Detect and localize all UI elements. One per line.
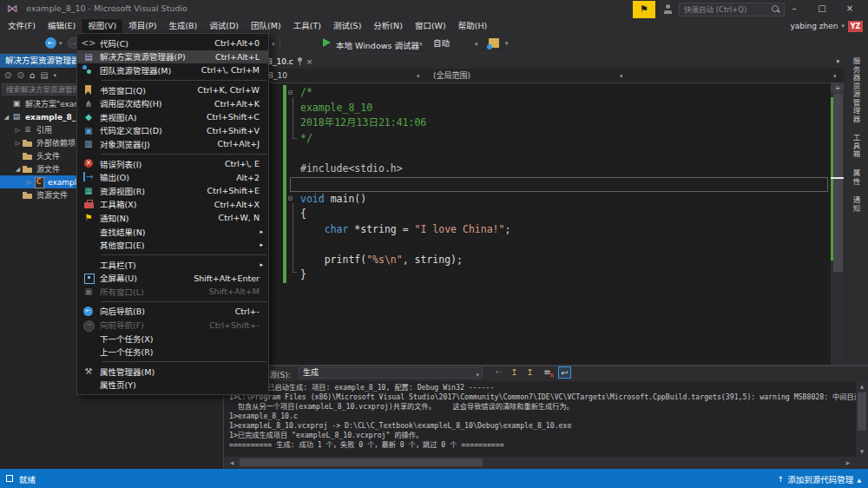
find-message-icon[interactable]: ⇠ bbox=[492, 366, 505, 379]
editor-splitter-handle[interactable]: ÷ bbox=[831, 83, 845, 93]
chevron-down-icon[interactable]: ▾ bbox=[272, 41, 275, 48]
toolbar-overflow-icon[interactable]: ▾ bbox=[505, 40, 509, 47]
output-console[interactable]: 1>------ 已启动生成: 项目: example_8_10, 配置: De… bbox=[224, 381, 856, 457]
scrollbar-thumb[interactable] bbox=[833, 94, 843, 272]
notifications-flag-button[interactable]: ⚑ bbox=[633, 1, 655, 18]
right-tool-tab-3[interactable]: 属性 bbox=[851, 169, 861, 186]
view-menu-item[interactable]: 属性页(Y) bbox=[77, 379, 268, 392]
menubar-item-6[interactable]: 调试(D) bbox=[203, 19, 245, 33]
quick-launch-input[interactable]: 快速启动 (Ctrl+Q) bbox=[679, 3, 785, 16]
view-menu-item[interactable]: 工具栏(T)▸ bbox=[77, 258, 268, 272]
view-menu-item[interactable]: 全屏幕(U)Shift+Alt+Enter bbox=[77, 272, 268, 286]
code-line[interactable]: void main() bbox=[300, 192, 821, 208]
code-line[interactable]: printf("%s\n", string); bbox=[300, 253, 821, 268]
view-menu-item[interactable]: 向前导航(F)Ctrl+Shift+- bbox=[77, 318, 268, 332]
type-scope-dropdown[interactable]: (全局范围) bbox=[426, 69, 629, 82]
clear-all-icon[interactable]: ≡ bbox=[541, 366, 554, 379]
view-menu-item[interactable]: 工具箱(X)Ctrl+Alt+X bbox=[77, 198, 268, 212]
code-line[interactable] bbox=[300, 237, 821, 253]
code-line[interactable]: 2018年12月13日21:41:06 bbox=[300, 115, 821, 131]
pin-icon[interactable] bbox=[298, 57, 302, 65]
debug-target-dropdown[interactable]: 自动 bbox=[430, 36, 482, 50]
tab-overflow-icon[interactable]: ▾ bbox=[836, 58, 839, 65]
chevron-down-icon[interactable]: ▾ bbox=[54, 72, 57, 79]
expander-icon[interactable]: ▷ bbox=[13, 127, 23, 134]
view-menu-item[interactable]: 输出(O)Alt+2 bbox=[77, 170, 268, 184]
view-menu-item[interactable]: ⚒属性管理器(M) bbox=[77, 365, 268, 379]
right-tool-tab-1[interactable]: 服务器资源管理器 bbox=[851, 57, 861, 123]
code-line[interactable] bbox=[300, 146, 821, 162]
add-to-source-control-button[interactable]: ↑ 添加到源代码管理 ▲ bbox=[778, 473, 861, 485]
code-line[interactable]: char *string = "I love China!"; bbox=[300, 222, 821, 238]
view-menu-item[interactable]: ▥对象浏览器(J)Ctrl+Alt+J bbox=[77, 137, 268, 151]
scroll-up-icon[interactable]: ▲ bbox=[856, 382, 868, 391]
chevron-down-icon[interactable]: ▾ bbox=[419, 41, 423, 48]
view-menu-item[interactable]: 向后导航(B)Ctrl+- bbox=[77, 305, 268, 319]
output-horizontal-scrollbar[interactable]: ◀ ▶ bbox=[224, 457, 868, 468]
chevron-down-icon[interactable]: ▾ bbox=[59, 40, 62, 47]
output-source-dropdown[interactable]: 生成 ▾ bbox=[299, 367, 483, 379]
menubar-item-8[interactable]: 工具(T) bbox=[287, 19, 327, 33]
menubar-item-5[interactable]: 生成(B) bbox=[162, 19, 203, 33]
fold-collapse-icon[interactable]: ⊟ bbox=[288, 195, 297, 202]
view-menu-item[interactable]: 团队资源管理器(M)Ctrl+\, Ctrl+M bbox=[77, 63, 268, 77]
view-menu-item[interactable]: 其他窗口(E)▸ bbox=[77, 238, 268, 252]
code-line[interactable]: } bbox=[300, 267, 821, 283]
tab-close-icon[interactable]: × bbox=[306, 57, 313, 66]
restore-button[interactable]: □ bbox=[809, 0, 835, 17]
code-line[interactable]: #include<stdio.h> bbox=[300, 162, 821, 177]
expander-icon[interactable]: ◢ bbox=[13, 166, 23, 173]
code-line[interactable]: { bbox=[300, 207, 821, 222]
code-line[interactable]: /* bbox=[300, 85, 821, 101]
start-debug-play-icon[interactable] bbox=[323, 38, 331, 47]
menubar-item-11[interactable]: 窗口(W) bbox=[409, 19, 452, 33]
sync-back-icon[interactable]: ⊙ bbox=[4, 70, 11, 80]
output-vertical-scrollbar[interactable]: ▲ ▼ bbox=[856, 381, 868, 457]
right-tool-tab-2[interactable]: 工具箱 bbox=[851, 134, 861, 159]
chevron-down-icon[interactable]: ▾ bbox=[475, 41, 478, 48]
view-menu-item[interactable]: ⋔调用层次结构(H)Ctrl+Alt+K bbox=[77, 96, 268, 110]
switch-views-icon[interactable]: ▤ bbox=[40, 70, 48, 80]
home-icon[interactable]: ⌂ bbox=[30, 70, 35, 80]
feedback-icon[interactable] bbox=[663, 4, 673, 14]
view-menu-item[interactable]: ▦资源视图(R)Ctrl+Shift+E bbox=[77, 184, 268, 198]
menubar-item-9[interactable]: 测试(S) bbox=[327, 19, 367, 33]
debugger-target-button[interactable]: 本地 Windows 调试器 bbox=[336, 39, 419, 51]
menubar-item-12[interactable]: 帮助(H) bbox=[452, 19, 494, 33]
code-line[interactable] bbox=[300, 176, 821, 192]
view-menu-item[interactable]: 查找结果(N)▸ bbox=[77, 225, 268, 239]
menubar-item-3[interactable]: 视图(V) bbox=[82, 19, 122, 33]
expander-icon[interactable]: ▷ bbox=[24, 179, 34, 186]
view-menu-item[interactable]: ▤解决方案资源管理器(P)Ctrl+Alt+L bbox=[77, 50, 268, 64]
view-menu-item[interactable]: 书签窗口(Q)Ctrl+K, Ctrl+W bbox=[77, 83, 268, 97]
view-menu-item[interactable]: ▣代码定义窗口(D)Ctrl+Shift+V bbox=[77, 124, 268, 138]
view-menu-item[interactable]: 上一个任务(R) bbox=[77, 345, 268, 359]
sync-forward-icon[interactable]: ⊙ bbox=[16, 70, 23, 80]
menubar-item-2[interactable]: 编辑(E) bbox=[42, 19, 82, 33]
menubar-item-1[interactable]: 文件(F) bbox=[2, 19, 42, 33]
scroll-right-icon[interactable]: ▶ bbox=[842, 458, 854, 467]
scrollbar-thumb[interactable] bbox=[240, 458, 483, 466]
scrollbar-thumb[interactable] bbox=[858, 392, 866, 431]
view-menu-item[interactable]: 错误列表(I)Ctrl+\, E bbox=[77, 157, 268, 171]
fold-collapse-icon[interactable]: ⊟ bbox=[288, 89, 297, 96]
attach-icon[interactable] bbox=[489, 38, 499, 48]
code-editor[interactable]: ⊟ ⊟ /*example_8_102018年12月13日21:41:06*/#… bbox=[224, 83, 831, 365]
view-menu-item[interactable]: <>代码(C)Ctrl+Alt+0 bbox=[77, 36, 268, 50]
scroll-down-icon[interactable]: ▼ bbox=[856, 447, 868, 456]
scroll-left-icon[interactable]: ◀ bbox=[226, 458, 238, 467]
expander-icon[interactable]: ◢ bbox=[2, 114, 11, 121]
menubar-item-7[interactable]: 团队(M) bbox=[245, 19, 287, 33]
goto-next-message-icon[interactable]: ↥ bbox=[523, 366, 536, 379]
right-tool-tab-4[interactable]: 通知 bbox=[851, 196, 861, 213]
member-scope-dropdown[interactable] bbox=[629, 69, 845, 82]
view-menu-item[interactable]: ⚑通知(N)Ctrl+W, N bbox=[77, 211, 268, 225]
menubar-item-4[interactable]: 项目(P) bbox=[122, 19, 162, 33]
goto-previous-message-icon[interactable]: ↥ bbox=[508, 366, 521, 379]
expander-icon[interactable]: ▷ bbox=[13, 140, 23, 147]
code-line[interactable]: */ bbox=[300, 131, 821, 147]
close-button[interactable]: × bbox=[837, 0, 863, 17]
navigate-back-icon[interactable]: ← bbox=[45, 37, 56, 49]
view-menu-item[interactable]: 下一个任务(X) bbox=[77, 332, 268, 346]
view-menu-item[interactable]: ▣所有窗口(L)Shift+Alt+M bbox=[77, 285, 268, 299]
